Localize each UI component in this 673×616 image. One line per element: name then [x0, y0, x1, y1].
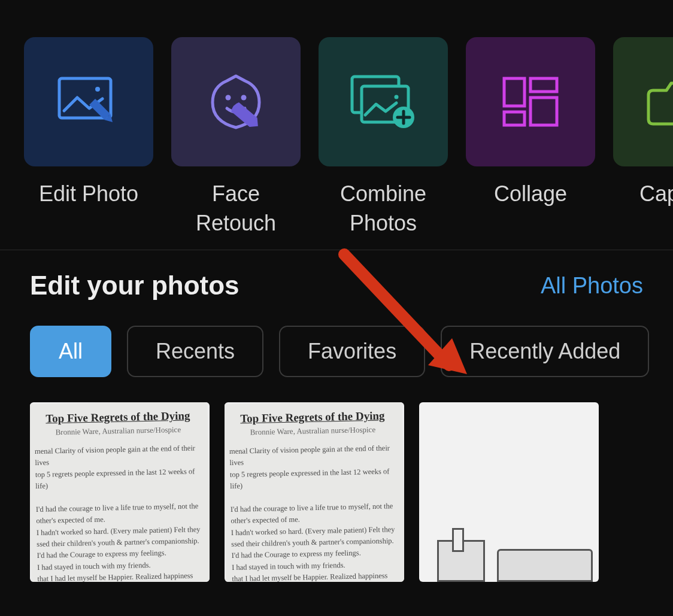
doc-heading: Top Five Regrets of the Dying: [229, 409, 396, 426]
svg-rect-12: [504, 112, 525, 125]
filter-recently-added[interactable]: Recently Added: [441, 326, 649, 377]
svg-point-1: [95, 87, 100, 92]
thumbs-row: Top Five Regrets of the Dying Bronnie Wa…: [30, 402, 673, 582]
svg-point-8: [395, 95, 399, 99]
section-title: Edit your photos: [30, 271, 240, 301]
photo-thumb-1[interactable]: Top Five Regrets of the Dying Bronnie Wa…: [30, 402, 210, 582]
tool-capture[interactable]: Capture: [613, 37, 673, 238]
doc-subheading: Bronnie Ware, Australian nurse/Hospice: [229, 424, 396, 438]
doc-body: menal Clarity of vision people gain at t…: [35, 442, 206, 582]
combine-photos-icon: [347, 72, 419, 132]
sketch-shape: [452, 528, 464, 552]
section-header: Edit your photos All Photos: [30, 271, 673, 301]
tool-face-retouch[interactable]: Face Retouch: [171, 37, 301, 238]
filter-favorites[interactable]: Favorites: [279, 326, 425, 377]
tool-edit-photo[interactable]: Edit Photo: [24, 37, 153, 238]
tool-label-capture: Capture: [639, 180, 673, 209]
sketch-shape: [497, 549, 593, 582]
edit-photo-icon: [56, 75, 122, 129]
svg-rect-10: [504, 78, 525, 106]
capture-icon: [645, 75, 673, 129]
filter-row: All Recents Favorites Recently Added: [30, 326, 673, 377]
filter-all[interactable]: All: [30, 326, 111, 377]
edit-photos-section: Edit your photos All Photos All Recents …: [0, 250, 673, 582]
tool-collage[interactable]: Collage: [466, 37, 595, 238]
all-photos-link[interactable]: All Photos: [541, 273, 643, 299]
doc-body: menal Clarity of vision people gain at t…: [229, 442, 401, 582]
tool-label-edit: Edit Photo: [39, 180, 138, 209]
tool-label-face: Face Retouch: [171, 180, 301, 238]
tool-tile-face[interactable]: [171, 37, 301, 166]
doc-heading: Top Five Regrets of the Dying: [34, 409, 202, 426]
face-retouch-icon: [203, 69, 269, 135]
tools-row: Edit Photo Face Retouch: [0, 0, 673, 238]
svg-rect-13: [530, 98, 557, 125]
doc-thumb-content: Top Five Regrets of the Dying Bronnie Wa…: [225, 402, 404, 582]
svg-point-5: [241, 95, 247, 101]
filter-recents[interactable]: Recents: [127, 326, 263, 377]
tool-combine-photos[interactable]: Combine Photos: [319, 37, 448, 238]
photo-thumb-3[interactable]: [419, 402, 599, 582]
collage-icon: [501, 75, 560, 129]
tool-label-combine: Combine Photos: [319, 180, 448, 238]
photo-thumb-2[interactable]: Top Five Regrets of the Dying Bronnie Wa…: [225, 402, 404, 582]
svg-point-4: [226, 95, 231, 101]
tool-tile-edit[interactable]: [24, 37, 153, 166]
tool-label-collage: Collage: [494, 180, 567, 209]
doc-thumb-content: Top Five Regrets of the Dying Bronnie Wa…: [30, 402, 210, 582]
tool-tile-collage[interactable]: [466, 37, 595, 166]
tool-tile-capture[interactable]: [613, 37, 673, 166]
svg-rect-11: [530, 78, 557, 92]
doc-subheading: Bronnie Ware, Australian nurse/Hospice: [34, 424, 202, 438]
tool-tile-combine[interactable]: [319, 37, 448, 166]
